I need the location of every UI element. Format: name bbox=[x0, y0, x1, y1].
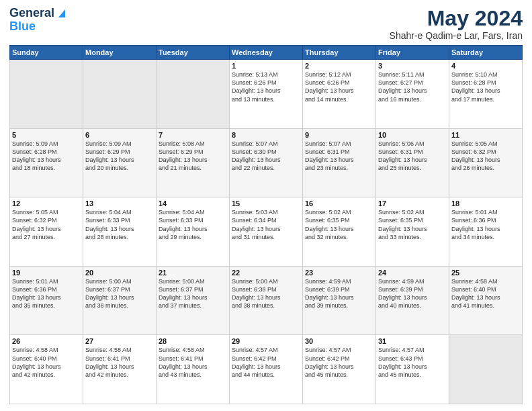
day-number: 30 bbox=[305, 337, 373, 345]
day-number: 8 bbox=[232, 131, 300, 139]
day-number: 10 bbox=[378, 131, 447, 139]
day-cell-30: 30Sunrise: 4:57 AM Sunset: 6:42 PM Dayli… bbox=[303, 335, 376, 404]
day-cell-11: 11Sunrise: 5:05 AM Sunset: 6:32 PM Dayli… bbox=[449, 128, 523, 197]
day-number: 16 bbox=[305, 199, 373, 208]
empty-cell bbox=[157, 60, 230, 129]
day-number: 13 bbox=[85, 199, 154, 208]
day-cell-14: 14Sunrise: 5:04 AM Sunset: 6:33 PM Dayli… bbox=[157, 197, 230, 267]
day-info: Sunrise: 5:10 AM Sunset: 6:28 PM Dayligh… bbox=[451, 71, 520, 103]
day-cell-10: 10Sunrise: 5:06 AM Sunset: 6:31 PM Dayli… bbox=[376, 128, 449, 197]
day-info: Sunrise: 4:59 AM Sunset: 6:39 PM Dayligh… bbox=[378, 277, 447, 310]
weekday-saturday: Saturday bbox=[449, 46, 523, 60]
empty-cell bbox=[83, 60, 157, 129]
day-cell-3: 3Sunrise: 5:11 AM Sunset: 6:27 PM Daylig… bbox=[376, 60, 449, 129]
day-cell-17: 17Sunrise: 5:02 AM Sunset: 6:35 PM Dayli… bbox=[376, 197, 449, 267]
day-cell-2: 2Sunrise: 5:12 AM Sunset: 6:26 PM Daylig… bbox=[303, 60, 376, 129]
day-info: Sunrise: 5:00 AM Sunset: 6:38 PM Dayligh… bbox=[232, 277, 300, 310]
day-info: Sunrise: 5:05 AM Sunset: 6:32 PM Dayligh… bbox=[451, 140, 520, 173]
day-number: 15 bbox=[232, 199, 300, 208]
day-info: Sunrise: 5:06 AM Sunset: 6:31 PM Dayligh… bbox=[378, 140, 447, 173]
day-info: Sunrise: 5:02 AM Sunset: 6:35 PM Dayligh… bbox=[378, 208, 447, 241]
empty-cell bbox=[449, 335, 523, 404]
page: General Blue May 2024 Shahr-e Qadim-e La… bbox=[0, 0, 532, 411]
day-number: 25 bbox=[451, 269, 520, 277]
day-number: 17 bbox=[378, 199, 447, 208]
day-info: Sunrise: 5:07 AM Sunset: 6:30 PM Dayligh… bbox=[232, 140, 300, 173]
day-number: 26 bbox=[12, 337, 81, 345]
day-number: 12 bbox=[12, 199, 81, 208]
day-cell-24: 24Sunrise: 4:59 AM Sunset: 6:39 PM Dayli… bbox=[376, 266, 449, 335]
empty-cell bbox=[10, 60, 83, 129]
weekday-sunday: Sunday bbox=[10, 46, 83, 60]
day-number: 11 bbox=[451, 131, 520, 139]
day-cell-29: 29Sunrise: 4:57 AM Sunset: 6:42 PM Dayli… bbox=[230, 335, 303, 404]
day-cell-5: 5Sunrise: 5:09 AM Sunset: 6:28 PM Daylig… bbox=[10, 128, 83, 197]
day-cell-13: 13Sunrise: 5:04 AM Sunset: 6:33 PM Dayli… bbox=[83, 197, 157, 267]
day-info: Sunrise: 5:09 AM Sunset: 6:29 PM Dayligh… bbox=[85, 140, 154, 173]
day-info: Sunrise: 4:57 AM Sunset: 6:42 PM Dayligh… bbox=[305, 346, 373, 379]
weekday-header-row: SundayMondayTuesdayWednesdayThursdayFrid… bbox=[10, 46, 523, 60]
day-cell-6: 6Sunrise: 5:09 AM Sunset: 6:29 PM Daylig… bbox=[83, 128, 157, 197]
day-info: Sunrise: 5:12 AM Sunset: 6:26 PM Dayligh… bbox=[305, 71, 373, 103]
day-cell-1: 1Sunrise: 5:13 AM Sunset: 6:26 PM Daylig… bbox=[230, 60, 303, 129]
day-number: 20 bbox=[85, 269, 154, 277]
day-number: 28 bbox=[159, 337, 227, 345]
day-cell-26: 26Sunrise: 4:58 AM Sunset: 6:40 PM Dayli… bbox=[10, 335, 83, 404]
weekday-thursday: Thursday bbox=[303, 46, 376, 60]
day-info: Sunrise: 4:59 AM Sunset: 6:39 PM Dayligh… bbox=[305, 277, 373, 310]
day-info: Sunrise: 5:04 AM Sunset: 6:33 PM Dayligh… bbox=[159, 208, 227, 241]
day-cell-15: 15Sunrise: 5:03 AM Sunset: 6:34 PM Dayli… bbox=[230, 197, 303, 267]
title-block: May 2024 Shahr-e Qadim-e Lar, Fars, Iran bbox=[390, 7, 523, 41]
logo-general: General bbox=[9, 7, 54, 20]
day-info: Sunrise: 4:58 AM Sunset: 6:41 PM Dayligh… bbox=[159, 346, 227, 379]
day-info: Sunrise: 4:57 AM Sunset: 6:43 PM Dayligh… bbox=[378, 346, 447, 379]
day-number: 18 bbox=[451, 199, 520, 208]
day-number: 24 bbox=[378, 269, 447, 277]
week-row-2: 5Sunrise: 5:09 AM Sunset: 6:28 PM Daylig… bbox=[10, 128, 523, 197]
week-row-1: 1Sunrise: 5:13 AM Sunset: 6:26 PM Daylig… bbox=[10, 60, 523, 129]
weekday-friday: Friday bbox=[376, 46, 449, 60]
day-number: 5 bbox=[12, 131, 81, 139]
day-info: Sunrise: 5:01 AM Sunset: 6:36 PM Dayligh… bbox=[451, 208, 520, 241]
day-cell-22: 22Sunrise: 5:00 AM Sunset: 6:38 PM Dayli… bbox=[230, 266, 303, 335]
day-info: Sunrise: 5:05 AM Sunset: 6:32 PM Dayligh… bbox=[12, 208, 81, 241]
day-info: Sunrise: 5:02 AM Sunset: 6:35 PM Dayligh… bbox=[305, 208, 373, 241]
day-number: 9 bbox=[305, 131, 373, 139]
logo: General Blue bbox=[9, 7, 68, 34]
day-cell-27: 27Sunrise: 4:58 AM Sunset: 6:41 PM Dayli… bbox=[83, 335, 157, 404]
day-cell-31: 31Sunrise: 4:57 AM Sunset: 6:43 PM Dayli… bbox=[376, 335, 449, 404]
day-info: Sunrise: 5:11 AM Sunset: 6:27 PM Dayligh… bbox=[378, 71, 447, 103]
week-row-5: 26Sunrise: 4:58 AM Sunset: 6:40 PM Dayli… bbox=[10, 335, 523, 404]
day-number: 6 bbox=[85, 131, 154, 139]
week-row-4: 19Sunrise: 5:01 AM Sunset: 6:36 PM Dayli… bbox=[10, 266, 523, 335]
header: General Blue May 2024 Shahr-e Qadim-e La… bbox=[9, 7, 523, 41]
weekday-monday: Monday bbox=[83, 46, 157, 60]
day-number: 23 bbox=[305, 269, 373, 277]
day-number: 2 bbox=[305, 62, 373, 70]
month-title: May 2024 bbox=[390, 7, 523, 30]
day-cell-21: 21Sunrise: 5:00 AM Sunset: 6:37 PM Dayli… bbox=[157, 266, 230, 335]
day-number: 14 bbox=[159, 199, 227, 208]
day-number: 31 bbox=[378, 337, 447, 345]
day-cell-4: 4Sunrise: 5:10 AM Sunset: 6:28 PM Daylig… bbox=[449, 60, 523, 129]
day-info: Sunrise: 5:03 AM Sunset: 6:34 PM Dayligh… bbox=[232, 208, 300, 241]
day-cell-7: 7Sunrise: 5:08 AM Sunset: 6:29 PM Daylig… bbox=[157, 128, 230, 197]
day-number: 3 bbox=[378, 62, 447, 70]
day-info: Sunrise: 5:08 AM Sunset: 6:29 PM Dayligh… bbox=[159, 140, 227, 173]
day-number: 27 bbox=[85, 337, 154, 345]
day-cell-9: 9Sunrise: 5:07 AM Sunset: 6:31 PM Daylig… bbox=[303, 128, 376, 197]
day-cell-20: 20Sunrise: 5:00 AM Sunset: 6:37 PM Dayli… bbox=[83, 266, 157, 335]
day-info: Sunrise: 5:13 AM Sunset: 6:26 PM Dayligh… bbox=[232, 71, 300, 103]
day-cell-25: 25Sunrise: 4:58 AM Sunset: 6:40 PM Dayli… bbox=[449, 266, 523, 335]
weekday-tuesday: Tuesday bbox=[157, 46, 230, 60]
location: Shahr-e Qadim-e Lar, Fars, Iran bbox=[390, 30, 523, 41]
svg-marker-0 bbox=[58, 9, 65, 17]
week-row-3: 12Sunrise: 5:05 AM Sunset: 6:32 PM Dayli… bbox=[10, 197, 523, 267]
day-cell-23: 23Sunrise: 4:59 AM Sunset: 6:39 PM Dayli… bbox=[303, 266, 376, 335]
day-info: Sunrise: 5:07 AM Sunset: 6:31 PM Dayligh… bbox=[305, 140, 373, 173]
day-info: Sunrise: 5:01 AM Sunset: 6:36 PM Dayligh… bbox=[12, 277, 81, 310]
day-info: Sunrise: 4:57 AM Sunset: 6:42 PM Dayligh… bbox=[232, 346, 300, 379]
day-cell-12: 12Sunrise: 5:05 AM Sunset: 6:32 PM Dayli… bbox=[10, 197, 83, 267]
day-number: 22 bbox=[232, 269, 300, 277]
day-cell-16: 16Sunrise: 5:02 AM Sunset: 6:35 PM Dayli… bbox=[303, 197, 376, 267]
